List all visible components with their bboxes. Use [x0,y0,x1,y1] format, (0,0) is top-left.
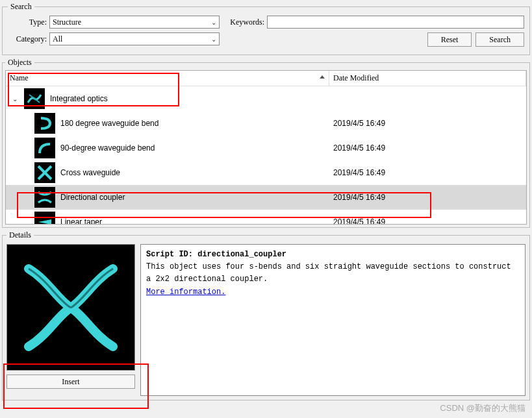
item-thumbnail [34,162,55,183]
search-button[interactable]: Search [475,32,524,47]
preview-image [6,244,135,371]
keywords-input[interactable] [267,16,524,29]
item-name: Linear taper [60,217,102,225]
chevron-down-icon: ⌄ [211,36,216,43]
item-date: 2019/4/5 16:49 [329,193,526,202]
more-info-link[interactable]: More information. [146,288,225,297]
item-name: Cross waveguide [60,168,120,177]
item-date: 2019/4/5 16:49 [329,143,526,153]
type-label: Type: [8,18,47,27]
category-label: Category: [8,34,47,44]
objects-panel: Objects Name Date Modified ⌄ Integrated … [2,58,530,228]
details-legend: Details [6,230,34,240]
item-thumbnail [34,138,55,158]
keywords-label: Keywords: [222,18,264,27]
item-thumbnail [34,187,55,208]
table-row[interactable]: Cross waveguide 2019/4/5 16:49 [6,160,526,185]
item-thumbnail [34,113,55,134]
watermark: CSDN @勤奋的大熊猫 [440,402,526,414]
column-header-name[interactable]: Name [6,71,329,86]
script-id-value: directional_coupler [197,250,286,259]
item-thumbnail [34,212,55,225]
table-row[interactable]: 90-degree waveguide bend 2019/4/5 16:49 [6,136,526,160]
item-date: 2019/4/5 16:49 [329,119,526,128]
item-name: Directional coupler [60,193,125,202]
script-id-label: Script ID: [146,250,193,259]
type-combo[interactable]: Structure ⌄ [49,16,220,29]
search-legend: Search [8,2,34,12]
tree-parent-row[interactable]: ⌄ Integrated optics [6,86,526,111]
item-name: 180 degree waveguide bend [60,119,158,128]
objects-legend: Objects [5,58,34,68]
objects-table: Name Date Modified ⌄ Integrated optics [5,70,527,225]
table-row[interactable]: Directional coupler 2019/4/5 16:49 [6,185,526,210]
details-panel: Details Insert Script ID: directional_co… [2,230,530,400]
reset-button[interactable]: Reset [427,32,472,47]
details-description: This object uses four s-bends and six st… [146,261,520,286]
item-date: 2019/4/5 16:49 [329,168,526,177]
search-panel: Search Type: Structure ⌄ Keywords: Categ… [2,2,530,55]
item-name: Integrated optics [50,94,108,103]
table-row[interactable]: Linear taper 2019/4/5 16:49 [6,210,526,225]
category-combo[interactable]: All ⌄ [49,32,220,45]
insert-button[interactable]: Insert [6,375,135,389]
item-date: 2019/4/5 16:49 [329,217,526,225]
table-row[interactable]: 180 degree waveguide bend 2019/4/5 16:49 [6,111,526,136]
chevron-down-icon: ⌄ [211,19,216,26]
item-thumbnail [24,88,45,109]
chevron-down-icon[interactable]: ⌄ [12,95,19,103]
item-name: 90-degree waveguide bend [60,143,155,153]
column-header-date[interactable]: Date Modified [329,71,526,86]
details-text: Script ID: directional_coupler This obje… [140,244,526,396]
